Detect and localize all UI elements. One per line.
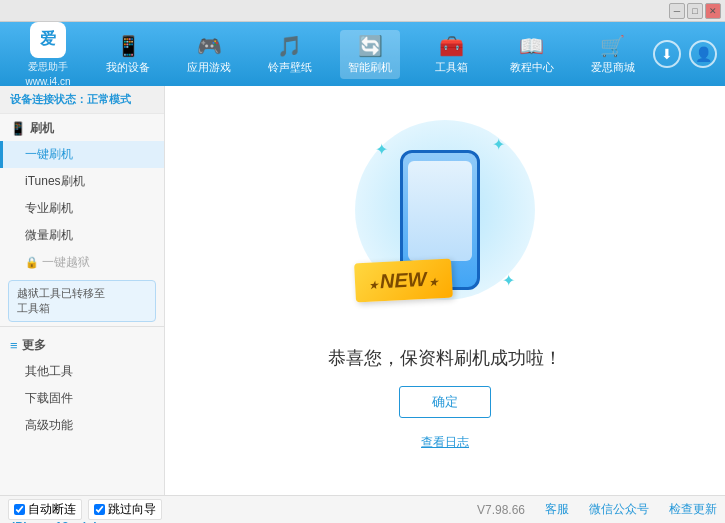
nav-toolbox[interactable]: 🧰 工具箱 <box>421 30 481 79</box>
bottom-links: V7.98.66 客服 微信公众号 检查更新 <box>173 501 717 518</box>
my-device-icon: 📱 <box>116 34 141 58</box>
version-text: V7.98.66 <box>477 503 525 517</box>
sparkle-3: ✦ <box>502 271 515 290</box>
content-area: ✦ ✦ ✦ NEW 恭喜您，保资料刷机成功啦！ 确定 查看日志 <box>165 86 725 495</box>
download-fw-label: 下载固件 <box>25 391 73 405</box>
store-label: 爱思商城 <box>591 60 635 75</box>
nav-items: 📱 我的设备 🎮 应用游戏 🎵 铃声壁纸 🔄 智能刷机 🧰 工具箱 📖 教程中心… <box>88 30 653 79</box>
my-device-label: 我的设备 <box>106 60 150 75</box>
more-group-label: 更多 <box>22 337 46 354</box>
ringtones-label: 铃声壁纸 <box>268 60 312 75</box>
logo-line1: 爱思助手 <box>28 60 68 74</box>
bottom-checkboxes: 自动断连 跳过向导 <box>8 499 173 520</box>
advanced-label: 高级功能 <box>25 418 73 432</box>
nav-right: ⬇ 👤 <box>653 40 717 68</box>
ringtones-icon: 🎵 <box>277 34 302 58</box>
bottom-row1: 自动断连 跳过向导 V7.98.66 客服 微信公众号 检查更新 <box>0 496 725 523</box>
ota-flash-label: 微量刷机 <box>25 228 73 242</box>
more-group-icon: ≡ <box>10 338 18 353</box>
user-btn[interactable]: 👤 <box>689 40 717 68</box>
other-tools-label: 其他工具 <box>25 364 73 378</box>
status-value: 正常模式 <box>87 93 131 105</box>
sidebar-item-pro-flash[interactable]: 专业刷机 <box>0 195 164 222</box>
auto-disconnect-checkbox[interactable]: 自动断连 <box>8 499 82 520</box>
sparkle-2: ✦ <box>492 135 505 154</box>
sidebar-group1-header: 📱 刷机 <box>0 114 164 141</box>
apps-games-icon: 🎮 <box>197 34 222 58</box>
nav-my-device[interactable]: 📱 我的设备 <box>98 30 158 79</box>
sidebar-item-itunes-flash[interactable]: iTunes刷机 <box>0 168 164 195</box>
success-box: ✦ ✦ ✦ NEW 恭喜您，保资料刷机成功啦！ 确定 查看日志 <box>328 130 562 451</box>
skip-wizard-input[interactable] <box>94 504 105 515</box>
toolbox-label: 工具箱 <box>435 60 468 75</box>
skip-wizard-label: 跳过向导 <box>108 501 156 518</box>
notice-line2: 工具箱 <box>17 301 147 316</box>
wechat-link[interactable]: 微信公众号 <box>589 501 649 518</box>
logo-line2: www.i4.cn <box>25 76 70 87</box>
check-update-link[interactable]: 检查更新 <box>669 501 717 518</box>
nav-tutorials[interactable]: 📖 教程中心 <box>502 30 562 79</box>
status-bar: 设备连接状态：正常模式 <box>0 86 164 114</box>
jailbreak-label: 一键越狱 <box>42 255 90 269</box>
main-area: 设备连接状态：正常模式 📱 刷机 一键刷机 iTunes刷机 专业刷机 微量刷机… <box>0 86 725 495</box>
nav-logo: 爱 爱思助手 www.i4.cn <box>8 22 88 87</box>
apps-games-label: 应用游戏 <box>187 60 231 75</box>
phone-screen <box>408 161 472 261</box>
sparkle-1: ✦ <box>375 140 388 159</box>
store-icon: 🛒 <box>600 34 625 58</box>
nav-ringtones[interactable]: 🎵 铃声壁纸 <box>260 30 320 79</box>
sidebar-item-other-tools[interactable]: 其他工具 <box>0 358 164 385</box>
sidebar-item-one-click-flash[interactable]: 一键刷机 <box>0 141 164 168</box>
close-btn[interactable]: ✕ <box>705 3 721 19</box>
maximize-btn[interactable]: □ <box>687 3 703 19</box>
new-badge: NEW <box>354 258 453 302</box>
service-link[interactable]: 客服 <box>545 501 569 518</box>
smart-flash-label: 智能刷机 <box>348 60 392 75</box>
nav-store[interactable]: 🛒 爱思商城 <box>583 30 643 79</box>
sidebar-item-jailbreak: 🔒 一键越狱 <box>0 249 164 276</box>
minimize-btn[interactable]: ─ <box>669 3 685 19</box>
sidebar-item-ota-flash[interactable]: 微量刷机 <box>0 222 164 249</box>
nav-apps-games[interactable]: 🎮 应用游戏 <box>179 30 239 79</box>
status-label: 设备连接状态： <box>10 93 87 105</box>
download-btn[interactable]: ⬇ <box>653 40 681 68</box>
skip-wizard-checkbox[interactable]: 跳过向导 <box>88 499 162 520</box>
title-bar: ─ □ ✕ <box>0 0 725 22</box>
sidebar-item-download-fw[interactable]: 下载固件 <box>0 385 164 412</box>
sidebar-divider <box>0 326 164 327</box>
logo-icon: 爱 <box>30 22 66 58</box>
flash-group-icon: 📱 <box>10 121 26 136</box>
sidebar-notice: 越狱工具已转移至 工具箱 <box>8 280 156 322</box>
notice-line1: 越狱工具已转移至 <box>17 286 147 301</box>
nav-smart-flash[interactable]: 🔄 智能刷机 <box>340 30 400 79</box>
sidebar: 设备连接状态：正常模式 📱 刷机 一键刷机 iTunes刷机 专业刷机 微量刷机… <box>0 86 165 495</box>
itunes-flash-label: iTunes刷机 <box>25 174 85 188</box>
view-log-link[interactable]: 查看日志 <box>421 434 469 451</box>
auto-disconnect-label: 自动断连 <box>28 501 76 518</box>
nav-bar: 爱 爱思助手 www.i4.cn 📱 我的设备 🎮 应用游戏 🎵 铃声壁纸 🔄 … <box>0 22 725 86</box>
one-click-flash-label: 一键刷机 <box>25 147 73 161</box>
success-text: 恭喜您，保资料刷机成功啦！ <box>328 346 562 370</box>
phone-illustration: ✦ ✦ ✦ NEW <box>365 130 525 330</box>
smart-flash-icon: 🔄 <box>358 34 383 58</box>
confirm-button[interactable]: 确定 <box>399 386 491 418</box>
auto-disconnect-input[interactable] <box>14 504 25 515</box>
bottom-wrap: 自动断连 跳过向导 V7.98.66 客服 微信公众号 检查更新 iPhone … <box>0 495 725 523</box>
tutorials-label: 教程中心 <box>510 60 554 75</box>
pro-flash-label: 专业刷机 <box>25 201 73 215</box>
flash-group-label: 刷机 <box>30 120 54 137</box>
sidebar-item-advanced[interactable]: 高级功能 <box>0 412 164 439</box>
sidebar-group2-header: ≡ 更多 <box>0 331 164 358</box>
toolbox-icon: 🧰 <box>439 34 464 58</box>
tutorials-icon: 📖 <box>519 34 544 58</box>
